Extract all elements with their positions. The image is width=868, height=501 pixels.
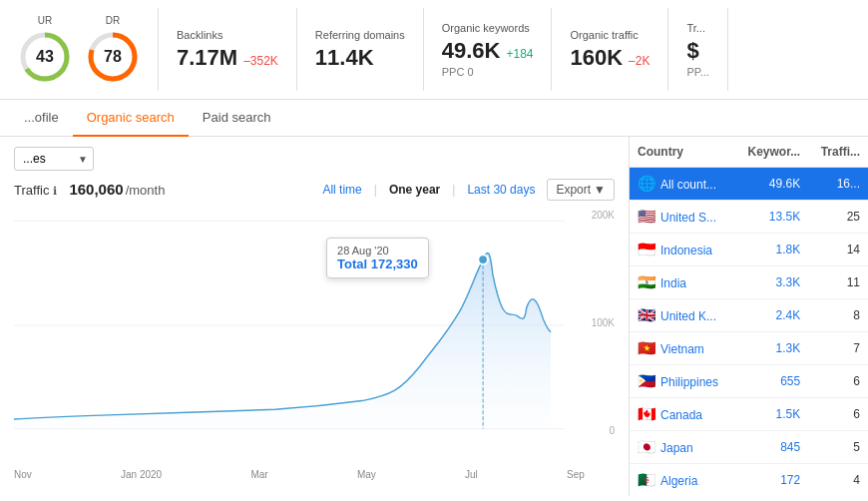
keyword-count: 172 xyxy=(734,464,808,497)
ur-label: UR xyxy=(38,15,52,26)
country-flag: 🌐 xyxy=(638,175,656,192)
x-label-mar: Mar xyxy=(250,469,267,480)
country-flag: 🇵🇭 xyxy=(638,372,656,389)
gauges-section: UR 43 DR 78 xyxy=(0,8,159,91)
referring-domains-value: 11.4K xyxy=(315,45,405,71)
col-country: Country xyxy=(630,137,734,168)
chart-controls: ...es ▼ xyxy=(14,147,615,171)
filter-select-wrapper[interactable]: ...es ▼ xyxy=(14,147,94,171)
table-row[interactable]: 🇨🇦Canada1.5K6 xyxy=(630,398,868,431)
table-row[interactable]: 🇺🇸United S...13.5K25 xyxy=(630,201,868,234)
country-flag: 🇻🇳 xyxy=(638,339,656,356)
backlinks-change: –352K xyxy=(243,54,278,68)
one-year-button[interactable]: One year xyxy=(381,180,448,200)
keyword-count: 845 xyxy=(734,431,808,464)
time-filters: All time | One year | Last 30 days Expor… xyxy=(314,179,615,201)
x-axis-labels: Nov Jan 2020 Mar May Jul Sep xyxy=(14,467,585,480)
keyword-count: 13.5K xyxy=(734,201,808,234)
traffic-section-label: Traffic xyxy=(14,183,49,198)
table-row[interactable]: 🇯🇵Japan8455 xyxy=(630,431,868,464)
backlinks-metric: Backlinks 7.17M –352K xyxy=(159,8,297,91)
country-flag: 🇯🇵 xyxy=(638,438,656,455)
ur-gauge: UR 43 xyxy=(18,15,72,84)
dr-value: 78 xyxy=(104,48,122,66)
chart-tooltip: 28 Aug '20 Total 172,330 xyxy=(326,238,429,278)
metrics-bar: UR 43 DR 78 Backlinks 7.17M xyxy=(0,0,868,100)
country-name: Philippines xyxy=(660,375,718,389)
country-name: Japan xyxy=(660,441,693,455)
chart-svg xyxy=(14,208,585,442)
tab-profile[interactable]: ...ofile xyxy=(10,100,73,137)
x-label-sep: Sep xyxy=(567,469,585,480)
filter-select[interactable]: ...es xyxy=(14,147,94,171)
backlinks-label: Backlinks xyxy=(177,29,278,41)
table-row[interactable]: 🇻🇳Vietnam1.3K7 xyxy=(630,332,868,365)
export-label: Export xyxy=(556,183,591,197)
traffic-unit: /month xyxy=(126,183,166,198)
dr-circle: 78 xyxy=(86,30,140,84)
keyword-count: 49.6K xyxy=(734,168,808,201)
last-30-days-button[interactable]: Last 30 days xyxy=(459,180,543,200)
organic-traffic-metric: Organic traffic 160K –2K xyxy=(552,8,668,91)
chart-area: 200K 100K 0 xyxy=(14,208,615,467)
country-name: Indonesia xyxy=(660,244,712,257)
y-label-200k: 200K xyxy=(592,210,615,221)
keyword-count: 2.4K xyxy=(734,299,808,332)
table-row[interactable]: 🇬🇧United K...2.4K8 xyxy=(630,299,868,332)
country-flag: 🇩🇿 xyxy=(638,471,656,488)
tabs-bar: ...ofile Organic search Paid search xyxy=(0,100,868,137)
country-panel: Country Keywor... Traffi... 🌐All count..… xyxy=(629,137,868,496)
country-name: United S... xyxy=(660,211,716,225)
country-flag: 🇬🇧 xyxy=(638,306,656,323)
table-row[interactable]: 🌐All count...49.6K16... xyxy=(630,168,868,201)
traffic-count: 5 xyxy=(808,431,868,464)
country-flag: 🇮🇳 xyxy=(638,273,656,290)
keyword-count: 1.3K xyxy=(734,332,808,365)
organic-keywords-value: 49.6K xyxy=(442,38,501,64)
organic-traffic-value: 160K xyxy=(570,45,623,71)
dr-label: DR xyxy=(106,15,120,26)
traffic-count: 8 xyxy=(808,299,868,332)
organic-keywords-change: +184 xyxy=(506,47,533,61)
main-content: ...es ▼ Traffic ℹ 160,060 /month All tim… xyxy=(0,137,868,496)
traffic-value-metric: Tr... $ PP... xyxy=(668,8,727,91)
traffic-count: 6 xyxy=(808,398,868,431)
traffic-count: 16... xyxy=(808,168,868,201)
tooltip-value: Total 172,330 xyxy=(337,256,418,271)
traffic-count: 7 xyxy=(808,332,868,365)
traffic-value-label: Tr... xyxy=(686,22,708,34)
country-flag: 🇮🇩 xyxy=(638,241,656,257)
tooltip-number-val: 172,330 xyxy=(371,256,418,271)
country-name: Canada xyxy=(660,408,702,422)
tab-paid-search[interactable]: Paid search xyxy=(189,100,285,137)
traffic-count: 14 xyxy=(808,234,868,266)
ur-value: 43 xyxy=(36,48,54,66)
table-row[interactable]: 🇵🇭Philippines6556 xyxy=(630,365,868,398)
country-name: Algeria xyxy=(660,474,697,488)
all-time-button[interactable]: All time xyxy=(314,180,369,200)
table-row[interactable]: 🇩🇿Algeria1724 xyxy=(630,464,868,497)
country-name: Vietnam xyxy=(660,342,704,356)
table-row[interactable]: 🇮🇳India3.3K11 xyxy=(630,266,868,299)
x-label-nov: Nov xyxy=(14,469,32,480)
country-name: All count... xyxy=(660,178,716,192)
traffic-count: 4 xyxy=(808,464,868,497)
keyword-count: 1.5K xyxy=(734,398,808,431)
country-flag: 🇺🇸 xyxy=(638,208,656,225)
dr-gauge: DR 78 xyxy=(86,15,140,84)
table-row[interactable]: 🇮🇩Indonesia1.8K14 xyxy=(630,234,868,266)
traffic-value-sub: PP... xyxy=(686,66,708,78)
tooltip-date: 28 Aug '20 xyxy=(337,245,418,256)
x-label-may: May xyxy=(357,469,376,480)
keyword-count: 1.8K xyxy=(734,234,808,266)
country-flag: 🇨🇦 xyxy=(638,405,656,422)
traffic-value-value: $ xyxy=(686,38,708,64)
tab-organic-search[interactable]: Organic search xyxy=(73,100,189,137)
traffic-count: 25 xyxy=(808,201,868,234)
y-label-0: 0 xyxy=(609,425,615,436)
export-button[interactable]: Export ▼ xyxy=(547,179,615,201)
country-name: United K... xyxy=(660,309,716,323)
organic-traffic-label: Organic traffic xyxy=(570,29,650,41)
ur-circle: 43 xyxy=(18,30,72,84)
organic-keywords-metric: Organic keywords 49.6K +184 PPC 0 xyxy=(424,8,553,91)
